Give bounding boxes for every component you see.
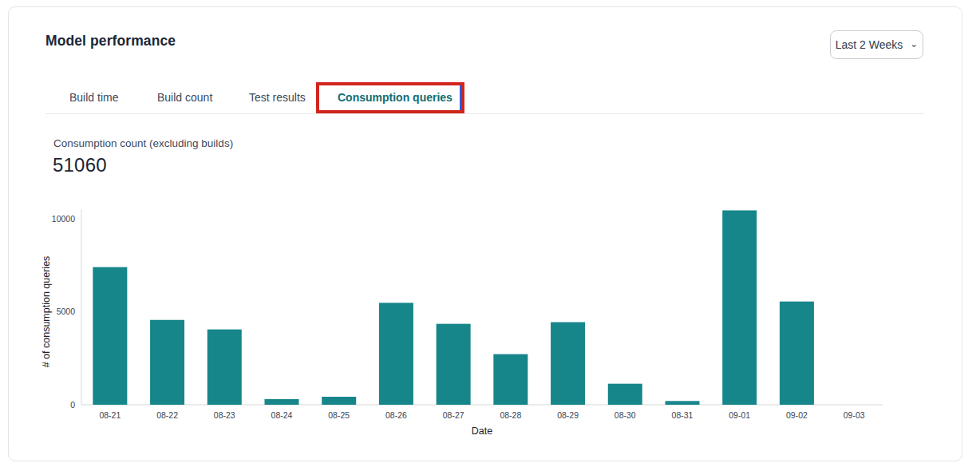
tab-test-results[interactable]: Test results: [249, 91, 306, 104]
bar-08-31[interactable]: [666, 401, 700, 405]
x-tick-label-09-01: 09-01: [729, 410, 750, 420]
bar-09-02[interactable]: [780, 302, 814, 405]
bar-08-28[interactable]: [493, 354, 528, 405]
metric-value: 51060: [53, 154, 107, 176]
x-tick-label-08-27: 08-27: [443, 410, 464, 420]
tab-build-count[interactable]: Build count: [157, 91, 212, 104]
date-range-dropdown[interactable]: Last 2 Weeks ⌄: [830, 30, 923, 59]
bar-08-27[interactable]: [437, 324, 471, 405]
x-tick-label-08-25: 08-25: [328, 410, 350, 420]
bar-09-01[interactable]: [722, 211, 757, 405]
date-range-dropdown-label: Last 2 Weeks: [836, 38, 903, 51]
x-axis-title: Date: [472, 425, 492, 437]
y-tick-label: 0: [70, 400, 75, 410]
chevron-down-icon: ⌄: [910, 38, 918, 49]
x-tick-label-08-21: 08-21: [99, 410, 121, 420]
bar-08-25[interactable]: [322, 397, 356, 405]
bar-08-21[interactable]: [93, 267, 127, 405]
model-performance-page: Model performance Last 2 Weeks ⌄ Build t…: [0, 0, 980, 471]
bar-08-29[interactable]: [551, 323, 585, 405]
bar-08-22[interactable]: [150, 320, 184, 405]
bar-08-26[interactable]: [379, 303, 413, 405]
x-tick-label-08-26: 08-26: [385, 410, 407, 420]
y-tick-label: 5000: [57, 307, 76, 316]
y-tick-label: 10000: [52, 214, 75, 224]
x-tick-label-08-24: 08-24: [271, 410, 293, 420]
y-axis-title: # of consumption queries: [41, 256, 52, 368]
x-tick-label-08-30: 08-30: [614, 410, 636, 420]
tab-consumption-queries[interactable]: Consumption queries: [338, 91, 452, 104]
consumption-queries-bar-chart: 0500010000# of consumption queries08-210…: [38, 201, 900, 442]
x-tick-label-09-03: 09-03: [844, 410, 865, 420]
bar-08-30[interactable]: [608, 384, 642, 405]
metric-label: Consumption count (excluding builds): [53, 137, 233, 149]
x-tick-label-09-02: 09-02: [786, 410, 808, 420]
x-tick-label-08-23: 08-23: [214, 410, 235, 420]
x-tick-label-08-31: 08-31: [672, 410, 694, 420]
bar-chart-svg: 0500010000# of consumption queries08-210…: [38, 201, 900, 442]
tabs-divider: [45, 113, 923, 114]
tab-build-time[interactable]: Build time: [69, 91, 118, 104]
x-tick-label-08-22: 08-22: [156, 410, 178, 420]
bar-08-23[interactable]: [207, 330, 242, 405]
bar-08-24[interactable]: [265, 399, 299, 405]
active-tab-focus-line: [460, 85, 461, 110]
x-tick-label-08-28: 08-28: [500, 410, 521, 420]
x-tick-label-08-29: 08-29: [557, 410, 579, 420]
page-title: Model performance: [45, 33, 176, 49]
